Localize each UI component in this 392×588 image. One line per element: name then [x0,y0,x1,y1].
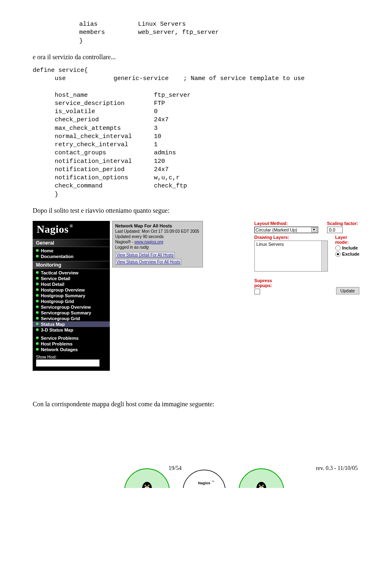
nagios-logo-text: Nagios [37,223,69,235]
sidebar-label: Hostgroup Overview [41,287,85,292]
registered-icon: ® [69,223,73,228]
info-product: Nagios® - www.nagios.org [115,239,200,245]
info-updated: Last Updated: Mon Oct 17 15:09:03 EDT 20… [115,229,200,234]
sidebar-item-hostgroup-grid[interactable]: Hostgroup Grid [33,298,110,304]
layout-method-value: Circular (Marked Up) [256,227,297,232]
svg-point-17 [259,485,260,486]
bullet-icon [36,277,39,280]
code-define-service: define service{ use generic-service ; Na… [33,67,359,199]
sidebar-label: Host Problems [41,341,73,346]
sidebar-label: Hostgroup Summary [41,293,85,298]
paragraph-intro-service: e ora il servizio da controllare... [33,53,359,61]
bullet-icon [36,311,39,314]
section-general: General [33,239,110,247]
bullet-icon [36,249,39,252]
trademark-icon: ™ [212,480,214,483]
bullet-icon [36,336,39,339]
sidebar-item-servicegroup-summary[interactable]: Servicegroup Summary [33,310,110,316]
sidebar-label: Servicegroup Grid [41,316,80,321]
chevron-down-icon: ▼ [311,227,317,232]
sidebar-item-3d-status-map[interactable]: 3-D Status Map [33,327,110,333]
map-svg: web_server Up Nagios ™ Nagios Process ft… [118,461,290,488]
bullet-icon [36,283,39,285]
show-host-area: Show Host: [33,352,110,367]
svg-point-6 [145,485,146,486]
sidebar-label: Tactical Overview [41,270,78,275]
bullet-icon [36,305,39,308]
svg-point-7 [148,485,149,486]
sidebar-item-home[interactable]: Home [33,248,110,254]
bullet-icon [36,300,39,303]
code-hostgroup: alias Linux Servers members web_server, … [33,20,359,45]
layout-method-select[interactable]: Circular (Marked Up) ▼ [254,227,318,233]
drawing-layers-list[interactable]: Linux Servers [254,241,328,272]
drawing-layers-value: Linux Servers [256,242,284,247]
nagios-label: Nagios [198,481,210,485]
sidebar-label: Documentation [41,254,74,259]
radio-exclude[interactable]: Exclude [335,252,359,257]
bullet-icon [36,328,39,331]
sidebar-label: Servicegroup Summary [41,310,91,315]
info-title: Network Map For All Hosts [115,223,200,229]
sidebar-item-servicegroup-grid[interactable]: Servicegroup Grid [33,316,110,321]
sidebar-item-host-problems[interactable]: Host Problems [33,341,110,347]
section-monitoring: Monitoring [33,261,110,269]
svg-point-11 [183,470,225,488]
sidebar-item-host-detail[interactable]: Host Detail [33,281,110,287]
link-status-detail-all[interactable]: View Status Detail For All Hosts [115,252,175,258]
paragraph-after-restart: Dopo il solito test e riavvio otteniamo … [33,207,359,214]
svg-point-18 [263,485,263,486]
show-host-label: Show Host: [36,355,107,359]
sidebar-item-documentation[interactable]: Documentation [33,254,110,259]
sidebar-label: 3-D Status Map [41,327,73,332]
bullet-icon [36,288,39,291]
sidebar-item-service-problems[interactable]: Service Problems [33,335,110,341]
include-label: Include [342,245,358,250]
radio-include[interactable]: Include [335,245,359,251]
sidebar-item-servicegroup-overview[interactable]: Servicegroup Overview [33,304,110,310]
update-button[interactable]: Update [336,287,359,294]
info-login: Logged in as rudig [115,245,200,250]
sidebar-label: Host Detail [41,282,64,287]
scaling-factor-input[interactable]: 0.0 [327,227,343,233]
status-info-box: Network Map For All Hosts Last Updated: … [112,221,203,267]
network-map: web_server Up Nagios ™ Nagios Process ft… [118,461,290,488]
sidebar-item-tactical[interactable]: Tactical Overview [33,270,110,276]
paragraph-map-note: Con la corrispondente mappa degli host c… [33,401,359,408]
nagios-sidebar: Nagios® General Home Documentation Monit… [33,221,110,371]
sidebar-label: Servicegroup Overview [41,305,91,310]
sidebar-label: Network Outages [41,347,78,352]
sidebar-item-network-outages[interactable]: Network Outages [33,347,110,352]
bullet-icon [36,348,39,351]
sidebar-item-hostgroup-summary[interactable]: Hostgroup Summary [33,293,110,298]
show-host-input[interactable] [36,359,100,367]
drawing-layers-label: Drawing Layers: [254,235,328,240]
revision: rev. 0.3 - 11/10/05 [316,465,358,472]
map-controls: Layout Method: Circular (Marked Up) ▼ Sc… [205,221,359,295]
layout-method-label: Layout Method: [254,221,320,226]
scrollbar[interactable] [321,241,327,271]
layer-mode-label: Layer mode: [335,235,359,245]
sidebar-label: Service Detail [41,276,70,281]
suppress-popups-checkbox[interactable] [254,289,260,294]
scaling-factor-label: Scaling factor: [327,221,358,226]
nagios-logo: Nagios® [33,221,110,237]
bullet-icon [36,271,39,274]
sidebar-item-status-map[interactable]: Status Map [33,321,110,327]
sidebar-label: Home [41,248,53,253]
bullet-icon [36,317,39,320]
sidebar-label: Hostgroup Grid [41,299,74,304]
sidebar-label: Status Map [41,322,65,327]
bullet-icon [36,323,39,325]
info-refresh: Updated every 90 seconds [115,234,200,239]
exclude-label: Exclude [342,252,359,256]
suppress-popups-label: Supress popups: [254,278,284,288]
sidebar-item-hostgroup-overview[interactable]: Hostgroup Overview [33,287,110,293]
sidebar-label: Service Problems [41,336,78,341]
link-status-overview-all[interactable]: View Status Overview For All Hosts [115,259,182,265]
nagios-screenshot: Nagios® General Home Documentation Monit… [33,221,359,384]
bullet-icon [36,342,39,345]
bullet-icon [36,255,39,258]
nagios-org-link[interactable]: www.nagios.org [134,240,163,244]
sidebar-item-service-detail[interactable]: Service Detail [33,276,110,281]
